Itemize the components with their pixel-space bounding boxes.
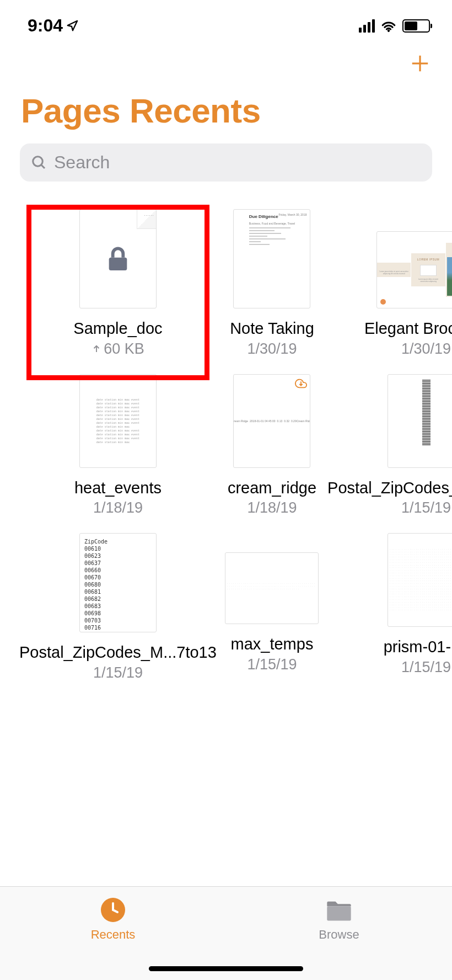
status-bar: 9:04: [0, 0, 452, 41]
doc-item-prism[interactable]: · · · · · · · · · · · · · · · · · · · · …: [325, 533, 452, 681]
doc-meta: 1/30/19: [247, 340, 297, 358]
doc-name: Sample_doc: [71, 318, 165, 339]
doc-item-maxtemps[interactable]: · · · · · · · · · · · · · · · · · · · · …: [225, 533, 319, 681]
doc-thumbnail: Friday, March 30, 2018 Due Diligence Bus…: [233, 209, 310, 308]
doc-item-notetaking[interactable]: Friday, March 30, 2018 Due Diligence Bus…: [225, 209, 319, 358]
battery-icon: [402, 19, 430, 33]
doc-name: Postal_ZipCodes_M...7to13: [325, 478, 452, 499]
status-time: 9:04: [28, 15, 78, 36]
doc-meta: 1/15/19: [93, 664, 143, 681]
clock-icon: [100, 897, 126, 923]
doc-thumbnail: date station min max event date station …: [79, 374, 157, 468]
add-button[interactable]: [409, 52, 431, 74]
doc-thumbnail: · · · · · · · · · · · · · · · · · · · · …: [225, 552, 319, 624]
doc-item-postal1[interactable]: Postal_ZipCodes_M...7to13 1/15/19: [325, 374, 452, 517]
location-icon: [66, 20, 78, 32]
wifi-icon: [380, 19, 397, 33]
cloud-download-icon: [295, 377, 307, 390]
nav-bar: [0, 41, 452, 80]
svg-rect-9: [327, 907, 351, 921]
status-right: [359, 19, 430, 33]
documents-grid: ⋯⋯ Sample_doc 60 KB Friday, March 30, 20…: [0, 193, 452, 698]
doc-item-sample[interactable]: ⋯⋯ Sample_doc 60 KB: [17, 209, 219, 358]
lock-icon: [103, 243, 133, 274]
plus-icon: [410, 53, 431, 74]
tab-bar: Recents Browse: [0, 886, 452, 980]
doc-meta: 1/15/19: [247, 656, 297, 673]
doc-thumbnail: ZipCode 00610 00623 00637 00660 00670 00…: [79, 533, 157, 632]
doc-meta: 1/15/19: [401, 499, 451, 516]
doc-name: Elegant Brochure: [362, 318, 452, 339]
doc-meta: 1/18/19: [247, 499, 297, 516]
search-input[interactable]: Search: [20, 143, 432, 182]
doc-meta: 1/30/19: [401, 340, 451, 358]
folder-icon: [325, 897, 353, 923]
doc-thumbnail: · · · · · · · · · · · · · · · · · · · · …: [388, 533, 452, 627]
svg-point-3: [33, 156, 43, 166]
svg-line-4: [41, 164, 45, 168]
home-indicator[interactable]: [149, 966, 303, 971]
cellular-signal-icon: [359, 19, 375, 33]
doc-item-cream[interactable]: Cream Ridge2018-01-01 04:00:000.14 Cream…: [225, 374, 319, 517]
svg-rect-5: [109, 258, 127, 270]
doc-name: heat_events: [72, 478, 164, 499]
upload-icon: [92, 344, 101, 354]
doc-name: Note Taking: [227, 318, 317, 339]
doc-item-postal2[interactable]: ZipCode 00610 00623 00637 00660 00670 00…: [17, 533, 219, 681]
search-placeholder: Search: [54, 152, 110, 173]
svg-point-0: [388, 29, 390, 31]
page-title: Pages Recents: [0, 80, 452, 139]
doc-thumbnail: [388, 374, 452, 468]
doc-name: max_temps: [228, 634, 316, 655]
doc-name: prism-01-17: [381, 637, 452, 658]
doc-item-heat[interactable]: date station min max event date station …: [17, 374, 219, 517]
doc-meta: 1/18/19: [93, 499, 143, 516]
doc-item-brochure[interactable]: Lorem ipsum dolor sit amet consectetur a…: [325, 209, 452, 358]
doc-thumbnail: ⋯⋯: [79, 209, 157, 308]
doc-meta: 60 KB: [92, 340, 144, 358]
tab-label: Browse: [319, 928, 359, 942]
doc-meta: 1/15/19: [401, 659, 451, 676]
time-text: 9:04: [28, 15, 63, 36]
doc-name: Postal_ZipCodes_M...7to13: [17, 642, 219, 663]
search-icon: [31, 155, 47, 171]
doc-name: cream_ridge: [225, 478, 319, 499]
doc-thumbnail: Cream Ridge2018-01-01 04:00:000.14 Cream…: [233, 374, 310, 468]
doc-thumbnail: Lorem ipsum dolor sit amet consectetur a…: [376, 231, 452, 308]
tab-label: Recents: [91, 928, 136, 942]
